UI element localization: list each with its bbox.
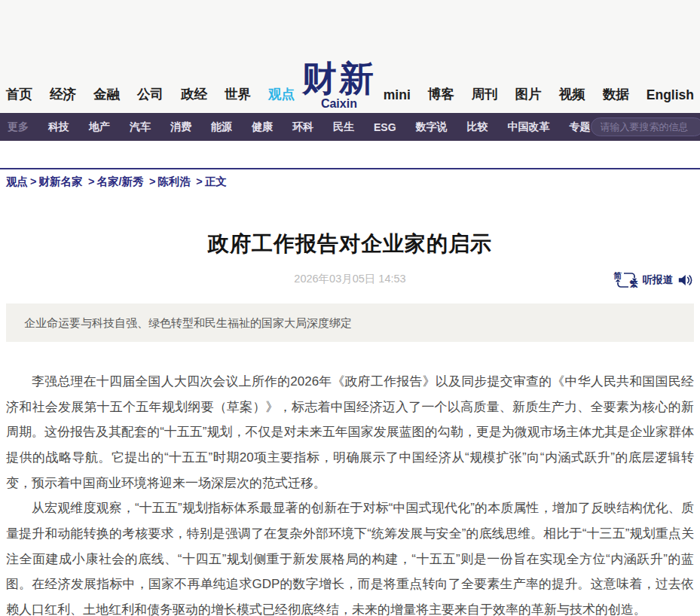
breadcrumb-separator: > xyxy=(30,175,36,188)
article-tools: 简 繁 听报道 xyxy=(614,270,693,290)
nav-item-video[interactable]: 视频 xyxy=(559,85,585,103)
primary-nav-right: mini 博客 周刊 图片 视频 数据 English xyxy=(384,85,694,113)
breadcrumb-separator: > xyxy=(149,175,155,188)
article-datetime: 2026年03月05日 14:53 xyxy=(0,272,700,286)
subnav-item-special-topics[interactable]: 专题 xyxy=(570,120,591,134)
secondary-nav: 更多 科技 地产 汽车 消费 能源 健康 环科 民生 ESG 数字说 比较 中国… xyxy=(0,113,700,141)
article-body: 李强总理在十四届全国人大四次会议上所作的2026年《政府工作报告》以及同步提交审… xyxy=(6,369,694,616)
article-summary: 企业命运要与科技自强、绿色转型和民生福祉的国家大局深度绑定 xyxy=(6,303,694,342)
nav-item-economy[interactable]: 经济 xyxy=(50,85,76,103)
nav-item-finance[interactable]: 金融 xyxy=(93,85,120,103)
simplified-traditional-toggle-icon[interactable]: 简 繁 xyxy=(614,270,638,290)
breadcrumb-item-authors-new[interactable]: 名家/新秀 xyxy=(96,175,143,188)
article-meta: 2026年03月05日 14:53 简 繁 听报道 xyxy=(0,272,700,291)
breadcrumb-separator: > xyxy=(88,175,94,188)
article-paragraph: 李强总理在十四届全国人大四次会议上所作的2026年《政府工作报告》以及同步提交审… xyxy=(6,369,694,496)
article-paragraph: 从宏观维度观察，“十五五”规划指标体系最显著的创新在于对标“中国式现代化”的本质… xyxy=(6,496,694,616)
nav-item-weekly[interactable]: 周刊 xyxy=(472,85,498,103)
subnav-item-consumer[interactable]: 消费 xyxy=(170,120,191,134)
listen-report-button[interactable]: 听报道 xyxy=(643,273,674,287)
breadcrumb-item-chen-lihao[interactable]: 陈利浩 xyxy=(157,175,191,188)
subnav-item-more[interactable]: 更多 xyxy=(8,120,29,134)
breadcrumb-item-caixin-authors[interactable]: 财新名家 xyxy=(38,175,82,188)
subnav-item-china-reform[interactable]: 中国改革 xyxy=(508,120,550,134)
primary-nav: 首页 经济 金融 公司 政经 世界 观点 财新 Caixin mini 博客 周… xyxy=(0,0,700,113)
nav-item-opinion-active[interactable]: 观点 xyxy=(268,85,295,103)
article: 政府工作报告对企业家的启示 2026年03月05日 14:53 简 繁 听报道 xyxy=(0,230,700,616)
cycle-arrows-icon xyxy=(614,270,638,290)
primary-nav-left: 首页 经济 金融 公司 政经 世界 观点 xyxy=(6,85,295,113)
speaker-icon[interactable] xyxy=(677,273,692,287)
caixin-logo[interactable]: 财新 Caixin xyxy=(302,61,376,113)
breadcrumb-item-opinion[interactable]: 观点 xyxy=(6,175,28,188)
subnav-item-property[interactable]: 地产 xyxy=(89,120,110,134)
subnav-item-esg[interactable]: ESG xyxy=(374,121,396,133)
subnav-item-livelihood[interactable]: 民生 xyxy=(333,120,354,134)
subnav-item-digital-talk[interactable]: 数字说 xyxy=(416,120,448,134)
article-title: 政府工作报告对企业家的启示 xyxy=(0,230,700,258)
nav-item-companies[interactable]: 公司 xyxy=(137,85,164,103)
caixin-logo-cn: 财新 xyxy=(302,61,376,97)
spacer xyxy=(0,141,700,168)
subnav-item-tech[interactable]: 科技 xyxy=(48,120,69,134)
search-input[interactable] xyxy=(591,117,700,136)
search-area xyxy=(591,117,700,136)
nav-item-politics[interactable]: 政经 xyxy=(181,85,207,103)
subnav-item-energy[interactable]: 能源 xyxy=(211,120,232,134)
breadcrumb-separator: > xyxy=(196,175,202,188)
subnav-item-environment[interactable]: 环科 xyxy=(292,120,313,134)
nav-item-world[interactable]: 世界 xyxy=(225,85,251,103)
breadcrumb-item-article[interactable]: 正文 xyxy=(205,175,227,188)
nav-item-english[interactable]: English xyxy=(647,87,694,103)
nav-item-home[interactable]: 首页 xyxy=(6,85,32,103)
breadcrumb-section: 观点>财新名家 >名家/新秀 >陈利浩 >正文 xyxy=(0,141,700,197)
subnav-item-auto[interactable]: 汽车 xyxy=(130,120,151,134)
subnav-item-health[interactable]: 健康 xyxy=(252,120,273,134)
breadcrumb: 观点>财新名家 >名家/新秀 >陈利浩 >正文 xyxy=(0,168,700,197)
nav-item-mini[interactable]: mini xyxy=(384,87,411,103)
nav-item-photos[interactable]: 图片 xyxy=(515,85,542,103)
nav-item-data[interactable]: 数据 xyxy=(603,85,629,103)
caixin-logo-en: Caixin xyxy=(302,97,376,111)
site-header: 首页 经济 金融 公司 政经 世界 观点 财新 Caixin mini 博客 周… xyxy=(0,0,700,113)
nav-item-blog[interactable]: 博客 xyxy=(428,85,454,103)
subnav-item-compare[interactable]: 比较 xyxy=(467,120,488,134)
